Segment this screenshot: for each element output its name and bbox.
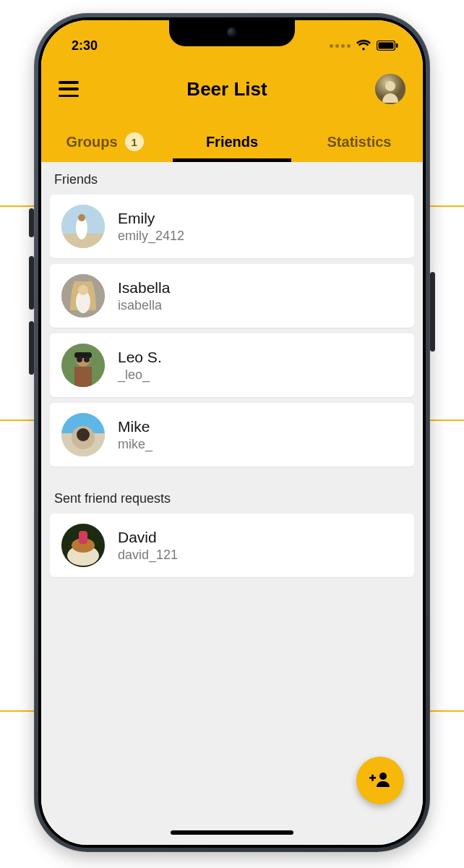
list-item-text: Mike mike_ bbox=[118, 418, 152, 452]
tab-friends[interactable]: Friends bbox=[168, 122, 296, 162]
avatar bbox=[61, 413, 105, 456]
svg-point-18 bbox=[84, 357, 90, 362]
tab-statistics[interactable]: Statistics bbox=[296, 122, 423, 162]
friend-handle: mike_ bbox=[118, 437, 152, 452]
svg-point-27 bbox=[379, 773, 387, 780]
friend-name: Mike bbox=[118, 418, 152, 435]
screen: 2:30 bbox=[41, 20, 423, 845]
section-header-sent: Sent friend requests bbox=[41, 472, 423, 514]
tab-label: Friends bbox=[206, 134, 258, 150]
status-icons bbox=[330, 27, 398, 51]
friend-name: Leo S. bbox=[118, 349, 162, 366]
list-item[interactable]: Leo S. _leo_ bbox=[50, 333, 414, 397]
add-friend-button[interactable] bbox=[356, 757, 404, 804]
tab-groups[interactable]: Groups 1 bbox=[41, 122, 168, 162]
friend-handle: isabella bbox=[118, 298, 170, 313]
profile-avatar[interactable] bbox=[375, 74, 405, 104]
friend-handle: david_121 bbox=[118, 548, 178, 563]
svg-rect-2 bbox=[396, 43, 398, 48]
svg-rect-26 bbox=[79, 531, 87, 544]
phone-side-button bbox=[29, 256, 34, 310]
list-item-text: David david_121 bbox=[118, 529, 178, 563]
person-add-icon bbox=[369, 771, 391, 790]
avatar bbox=[61, 524, 105, 567]
svg-point-22 bbox=[77, 428, 90, 441]
phone-side-button bbox=[29, 321, 34, 375]
title-bar: Beer List bbox=[41, 71, 423, 107]
app-header: Beer List Groups 1 Friends Statistics bbox=[41, 58, 423, 162]
phone-notch bbox=[169, 20, 295, 46]
battery-icon bbox=[377, 41, 398, 51]
clock: 2:30 bbox=[72, 25, 98, 54]
svg-rect-15 bbox=[74, 367, 92, 387]
svg-point-11 bbox=[78, 285, 88, 295]
list-item[interactable]: Emily emily_2412 bbox=[50, 195, 414, 258]
friend-name: Emily bbox=[118, 210, 184, 227]
svg-rect-14 bbox=[74, 352, 92, 358]
front-camera-icon bbox=[227, 27, 237, 38]
phone-frame: 2:30 bbox=[34, 13, 430, 852]
friend-handle: emily_2412 bbox=[118, 229, 184, 244]
avatar bbox=[61, 274, 105, 318]
svg-rect-1 bbox=[379, 43, 394, 49]
phone-inner: 2:30 bbox=[38, 17, 426, 848]
content-area: Friends Emily emily_2412 bbox=[41, 162, 423, 845]
list-item[interactable]: Isabella isabella bbox=[50, 264, 414, 328]
friend-name: David bbox=[118, 529, 178, 546]
avatar bbox=[61, 205, 105, 248]
page-title: Beer List bbox=[186, 78, 267, 101]
friend-name: Isabella bbox=[118, 279, 170, 297]
list-item-text: Emily emily_2412 bbox=[118, 210, 184, 244]
list-item-text: Isabella isabella bbox=[118, 279, 170, 313]
svg-rect-29 bbox=[371, 775, 374, 781]
svg-point-17 bbox=[77, 357, 82, 362]
tab-label: Groups bbox=[66, 134, 117, 150]
list-item-text: Leo S. _leo_ bbox=[118, 349, 162, 383]
phone-side-button bbox=[29, 208, 34, 237]
groups-badge: 1 bbox=[125, 132, 144, 151]
friend-handle: _leo_ bbox=[118, 367, 162, 383]
cellular-icon bbox=[330, 44, 351, 48]
wifi-icon bbox=[356, 40, 371, 51]
list-item[interactable]: Mike mike_ bbox=[50, 403, 414, 467]
tab-label: Statistics bbox=[327, 134, 392, 150]
svg-point-4 bbox=[385, 81, 395, 91]
home-indicator bbox=[171, 830, 293, 835]
tab-bar: Groups 1 Friends Statistics bbox=[41, 122, 423, 162]
menu-button[interactable] bbox=[59, 81, 79, 97]
svg-point-8 bbox=[78, 214, 85, 221]
section-header-friends: Friends bbox=[41, 162, 423, 195]
avatar bbox=[61, 344, 105, 387]
phone-side-button bbox=[430, 272, 435, 352]
list-item[interactable]: David david_121 bbox=[50, 514, 414, 577]
